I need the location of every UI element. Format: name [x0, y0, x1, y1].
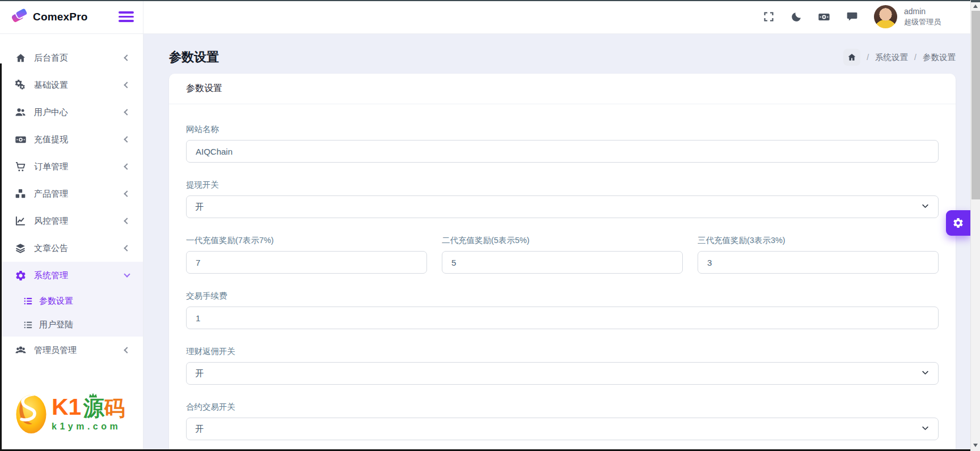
chevron-left-icon — [124, 136, 130, 142]
chevron-down-icon — [921, 424, 930, 434]
app-window: ComexPro 后台首页 基础设置 用户中心 — [0, 0, 980, 451]
sidebar-item-user-center[interactable]: 用户中心 — [0, 99, 143, 126]
sidebar-item-label: 后台首页 — [34, 53, 125, 63]
main-content: 参数设置 / 系统设置 / 参数设置 参数设置 网站名称 提现开关 — [143, 34, 970, 451]
settings-card: 参数设置 网站名称 提现开关 开 一代充值奖励(7表示7%) — [169, 74, 956, 451]
page-head: 参数设置 / 系统设置 / 参数设置 — [169, 49, 956, 66]
sidebar-item-label: 充值提现 — [34, 134, 125, 145]
gear-icon — [952, 217, 964, 229]
chevron-left-icon — [124, 245, 130, 251]
gen1-reward-input[interactable] — [186, 251, 427, 274]
trade-fee-input[interactable] — [186, 307, 939, 329]
sidebar-item-label: 用户中心 — [34, 107, 125, 118]
users-icon — [14, 106, 27, 118]
layers-icon — [14, 242, 27, 254]
site-name-input[interactable] — [186, 140, 939, 163]
field-gen2-reward: 二代充值奖励(5表示5%) — [442, 235, 683, 274]
cashier-money-icon[interactable] — [818, 11, 830, 23]
sidebar-toggle-button[interactable] — [119, 9, 134, 24]
field-gen1-reward: 一代充值奖励(7表示7%) — [186, 235, 427, 274]
breadcrumb-item-current[interactable]: 参数设置 — [923, 52, 956, 63]
chevron-left-icon — [124, 218, 130, 224]
chevron-left-icon — [124, 82, 130, 88]
sidebar-item-articles[interactable]: 文章公告 — [0, 235, 143, 262]
sidebar-item-recharge-withdraw[interactable]: 充值提现 — [0, 126, 143, 153]
user-group-icon — [14, 344, 27, 356]
sidebar-item-label: 文章公告 — [34, 243, 125, 254]
field-withdraw-switch: 提现开关 开 — [186, 179, 939, 218]
reward-row: 一代充值奖励(7表示7%) 二代充值奖励(5表示5%) 三代充值奖励(3表示3%… — [186, 235, 939, 290]
finance-switch-select[interactable]: 开 — [186, 362, 939, 385]
triangle-down-icon — [973, 444, 978, 447]
breadcrumb-separator: / — [914, 53, 916, 62]
sidebar-section-system: 系统管理 参数设置 用户登陆 — [0, 262, 143, 337]
breadcrumb: / 系统设置 / 参数设置 — [843, 49, 956, 66]
sidebar-subitem-parameter-settings[interactable]: 参数设置 — [0, 289, 143, 313]
settings-form: 网站名称 提现开关 开 一代充值奖励(7表示7%) — [169, 104, 956, 451]
withdraw-switch-select[interactable]: 开 — [186, 195, 939, 218]
triangle-up-icon — [973, 5, 978, 8]
sidebar-item-risk-control[interactable]: 风控管理 — [0, 207, 143, 235]
sidebar-item-admin-management[interactable]: 管理员管理 — [0, 337, 143, 364]
field-label: 一代充值奖励(7表示7%) — [186, 235, 427, 246]
cubes-icon — [14, 188, 27, 200]
watermark-domain: k1ym.com — [52, 422, 125, 432]
scrollbar-up-button[interactable] — [971, 2, 980, 10]
sidebar-subitem-user-login[interactable]: 用户登陆 — [0, 313, 143, 337]
gen3-reward-input[interactable] — [698, 251, 939, 274]
topbar: admin 超级管理员 — [143, 0, 970, 34]
sidebar-item-system-management[interactable]: 系统管理 — [0, 262, 143, 289]
breadcrumb-item-system[interactable]: 系统设置 — [875, 52, 908, 63]
scrollbar-down-button[interactable] — [971, 441, 980, 449]
chevron-left-icon — [124, 54, 130, 61]
select-value: 开 — [195, 424, 204, 435]
field-label: 二代充值奖励(5表示5%) — [442, 235, 683, 246]
scrollbar-thumb[interactable] — [971, 11, 980, 199]
brand-name[interactable]: ComexPro — [33, 11, 88, 23]
field-trade-fee: 交易手续费 — [186, 290, 939, 329]
field-label: 提现开关 — [186, 179, 939, 190]
chevron-left-icon — [124, 347, 130, 353]
field-label: 合约交易开关 — [186, 401, 939, 412]
select-value: 开 — [195, 368, 204, 379]
sidebar-item-label: 系统管理 — [34, 270, 125, 281]
money-bill-icon — [14, 133, 27, 146]
sidebar-subitem-label: 用户登陆 — [39, 320, 130, 330]
contract-switch-select[interactable]: 开 — [186, 418, 939, 440]
topbar-icons — [762, 11, 858, 23]
field-label: 理财返佣开关 — [186, 346, 939, 357]
user-name: admin — [904, 6, 941, 17]
sidebar-item-label: 管理员管理 — [34, 345, 125, 356]
field-gen3-reward: 三代充值奖励(3表示3%) — [698, 235, 939, 274]
field-label: 交易手续费 — [186, 290, 939, 301]
field-site-name: 网站名称 — [186, 124, 939, 163]
breadcrumb-home-icon[interactable] — [843, 49, 860, 66]
user-avatar[interactable] — [874, 5, 897, 28]
sidebar-item-label: 风控管理 — [34, 216, 125, 227]
sidebar-item-dashboard[interactable]: 后台首页 — [0, 44, 143, 71]
chevron-down-icon — [921, 368, 930, 378]
crown-icon — [88, 392, 98, 398]
gears-icon — [14, 79, 27, 91]
watermark-ma-text: 码 — [104, 398, 125, 419]
user-menu[interactable]: admin 超级管理员 — [904, 6, 941, 28]
sidebar-item-orders[interactable]: 订单管理 — [0, 153, 143, 180]
window-top-edge — [0, 0, 980, 1]
fullscreen-icon[interactable] — [762, 11, 775, 23]
theme-settings-button[interactable] — [946, 210, 970, 236]
gear-icon — [14, 269, 27, 282]
sidebar-item-products[interactable]: 产品管理 — [0, 180, 143, 207]
sidebar-item-label: 订单管理 — [34, 161, 125, 172]
breadcrumb-separator: / — [867, 53, 869, 62]
sidebar-menu: 后台首页 基础设置 用户中心 充值提现 — [0, 34, 143, 364]
chevron-left-icon — [124, 109, 130, 115]
dark-mode-moon-icon[interactable] — [790, 11, 802, 23]
egg-logo-icon — [14, 392, 48, 435]
chat-icon[interactable] — [846, 11, 858, 23]
watermark-logo: K1 源 码 k1ym.com — [14, 392, 125, 435]
sidebar-item-label: 基础设置 — [34, 80, 125, 91]
gen2-reward-input[interactable] — [442, 251, 683, 274]
vertical-scrollbar[interactable] — [970, 0, 980, 451]
sidebar-item-basic-settings[interactable]: 基础设置 — [0, 71, 143, 99]
brand-logo[interactable] — [10, 6, 29, 27]
